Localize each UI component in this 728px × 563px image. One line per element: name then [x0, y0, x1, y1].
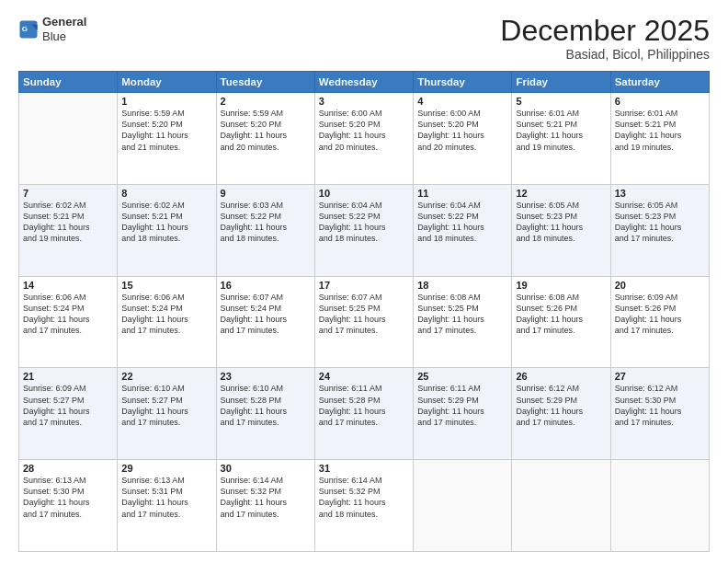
day-info: Sunrise: 6:09 AMSunset: 5:26 PMDaylight:… [615, 292, 705, 337]
calendar-cell: 4Sunrise: 6:00 AMSunset: 5:20 PMDaylight… [414, 93, 512, 185]
day-info: Sunrise: 6:05 AMSunset: 5:23 PMDaylight:… [615, 200, 705, 245]
calendar-week-row: 7Sunrise: 6:02 AMSunset: 5:21 PMDaylight… [19, 184, 710, 276]
day-number: 15 [121, 280, 211, 291]
weekday-header-row: SundayMondayTuesdayWednesdayThursdayFrid… [19, 72, 710, 93]
weekday-header-sunday: Sunday [19, 72, 118, 93]
day-number: 28 [23, 463, 113, 474]
day-info: Sunrise: 6:02 AMSunset: 5:21 PMDaylight:… [121, 200, 211, 245]
day-number: 4 [417, 96, 507, 107]
day-number: 23 [221, 371, 311, 382]
day-number: 16 [221, 280, 311, 291]
calendar-cell: 17Sunrise: 6:07 AMSunset: 5:25 PMDayligh… [314, 276, 413, 368]
day-info: Sunrise: 6:14 AMSunset: 5:32 PMDaylight:… [319, 475, 409, 520]
calendar-cell: 21Sunrise: 6:09 AMSunset: 5:27 PMDayligh… [19, 368, 118, 460]
calendar-week-row: 21Sunrise: 6:09 AMSunset: 5:27 PMDayligh… [19, 368, 710, 460]
day-number: 1 [121, 96, 211, 107]
day-info: Sunrise: 6:04 AMSunset: 5:22 PMDaylight:… [417, 200, 507, 245]
calendar-cell: 24Sunrise: 6:11 AMSunset: 5:28 PMDayligh… [314, 368, 413, 460]
calendar-cell: 2Sunrise: 5:59 AMSunset: 5:20 PMDaylight… [216, 93, 314, 185]
day-number: 3 [319, 96, 409, 107]
day-number: 25 [417, 371, 507, 382]
header: G General Blue December 2025 Basiad, Bic… [18, 15, 710, 62]
logo: G General Blue [18, 15, 86, 43]
day-info: Sunrise: 6:12 AMSunset: 5:30 PMDaylight:… [615, 383, 705, 428]
calendar-cell: 5Sunrise: 6:01 AMSunset: 5:21 PMDaylight… [512, 93, 610, 185]
day-number: 11 [417, 188, 507, 199]
day-info: Sunrise: 6:00 AMSunset: 5:20 PMDaylight:… [417, 108, 507, 153]
calendar-cell [19, 93, 118, 185]
day-info: Sunrise: 6:08 AMSunset: 5:25 PMDaylight:… [417, 292, 507, 337]
calendar-cell: 7Sunrise: 6:02 AMSunset: 5:21 PMDaylight… [19, 184, 118, 276]
day-info: Sunrise: 5:59 AMSunset: 5:20 PMDaylight:… [221, 108, 311, 153]
logo-name-general: General [42, 15, 86, 29]
day-number: 26 [516, 371, 606, 382]
calendar-cell: 19Sunrise: 6:08 AMSunset: 5:26 PMDayligh… [512, 276, 610, 368]
logo-icon: G [18, 19, 39, 40]
day-info: Sunrise: 6:06 AMSunset: 5:24 PMDaylight:… [121, 292, 211, 337]
calendar-cell: 10Sunrise: 6:04 AMSunset: 5:22 PMDayligh… [314, 184, 413, 276]
day-number: 19 [516, 280, 606, 291]
day-info: Sunrise: 6:14 AMSunset: 5:32 PMDaylight:… [221, 475, 311, 520]
calendar-cell: 18Sunrise: 6:08 AMSunset: 5:25 PMDayligh… [414, 276, 512, 368]
calendar-cell [512, 460, 610, 552]
calendar-cell: 14Sunrise: 6:06 AMSunset: 5:24 PMDayligh… [19, 276, 118, 368]
day-number: 20 [615, 280, 705, 291]
day-number: 2 [221, 96, 311, 107]
calendar-cell: 22Sunrise: 6:10 AMSunset: 5:27 PMDayligh… [118, 368, 216, 460]
calendar-cell: 15Sunrise: 6:06 AMSunset: 5:24 PMDayligh… [118, 276, 216, 368]
calendar-cell: 3Sunrise: 6:00 AMSunset: 5:20 PMDaylight… [314, 93, 413, 185]
calendar-cell: 25Sunrise: 6:11 AMSunset: 5:29 PMDayligh… [414, 368, 512, 460]
calendar-cell: 8Sunrise: 6:02 AMSunset: 5:21 PMDaylight… [118, 184, 216, 276]
calendar-cell: 31Sunrise: 6:14 AMSunset: 5:32 PMDayligh… [314, 460, 413, 552]
day-info: Sunrise: 6:05 AMSunset: 5:23 PMDaylight:… [516, 200, 606, 245]
calendar-cell: 1Sunrise: 5:59 AMSunset: 5:20 PMDaylight… [118, 93, 216, 185]
day-info: Sunrise: 6:13 AMSunset: 5:30 PMDaylight:… [23, 475, 113, 520]
weekday-header-wednesday: Wednesday [314, 72, 413, 93]
day-number: 7 [23, 188, 113, 199]
weekday-header-saturday: Saturday [610, 72, 709, 93]
calendar-cell: 29Sunrise: 6:13 AMSunset: 5:31 PMDayligh… [118, 460, 216, 552]
calendar-cell: 27Sunrise: 6:12 AMSunset: 5:30 PMDayligh… [610, 368, 709, 460]
day-number: 6 [615, 96, 705, 107]
day-number: 24 [319, 371, 409, 382]
day-number: 5 [516, 96, 606, 107]
day-info: Sunrise: 6:12 AMSunset: 5:29 PMDaylight:… [516, 383, 606, 428]
day-number: 10 [319, 188, 409, 199]
calendar-cell: 28Sunrise: 6:13 AMSunset: 5:30 PMDayligh… [19, 460, 118, 552]
calendar-cell: 26Sunrise: 6:12 AMSunset: 5:29 PMDayligh… [512, 368, 610, 460]
calendar-cell: 9Sunrise: 6:03 AMSunset: 5:22 PMDaylight… [216, 184, 314, 276]
calendar-page: G General Blue December 2025 Basiad, Bic… [0, 0, 728, 563]
calendar-week-row: 28Sunrise: 6:13 AMSunset: 5:30 PMDayligh… [19, 460, 710, 552]
calendar-cell: 6Sunrise: 6:01 AMSunset: 5:21 PMDaylight… [610, 93, 709, 185]
calendar-week-row: 1Sunrise: 5:59 AMSunset: 5:20 PMDaylight… [19, 93, 710, 185]
weekday-header-tuesday: Tuesday [216, 72, 314, 93]
day-info: Sunrise: 6:03 AMSunset: 5:22 PMDaylight:… [221, 200, 311, 245]
day-info: Sunrise: 6:13 AMSunset: 5:31 PMDaylight:… [121, 475, 211, 520]
day-number: 14 [23, 280, 113, 291]
calendar-table: SundayMondayTuesdayWednesdayThursdayFrid… [18, 71, 710, 552]
day-info: Sunrise: 6:10 AMSunset: 5:28 PMDaylight:… [221, 383, 311, 428]
location-title: Basiad, Bicol, Philippines [500, 47, 710, 62]
day-info: Sunrise: 5:59 AMSunset: 5:20 PMDaylight:… [121, 108, 211, 153]
day-number: 30 [221, 463, 311, 474]
month-title: December 2025 [500, 15, 710, 47]
day-number: 29 [121, 463, 211, 474]
calendar-cell [414, 460, 512, 552]
day-info: Sunrise: 6:02 AMSunset: 5:21 PMDaylight:… [23, 200, 113, 245]
day-number: 12 [516, 188, 606, 199]
day-info: Sunrise: 6:07 AMSunset: 5:25 PMDaylight:… [319, 292, 409, 337]
calendar-body: 1Sunrise: 5:59 AMSunset: 5:20 PMDaylight… [19, 93, 710, 552]
day-number: 9 [221, 188, 311, 199]
logo-name-blue: Blue [42, 29, 86, 44]
calendar-header: SundayMondayTuesdayWednesdayThursdayFrid… [19, 72, 710, 93]
day-number: 27 [615, 371, 705, 382]
day-info: Sunrise: 6:08 AMSunset: 5:26 PMDaylight:… [516, 292, 606, 337]
day-info: Sunrise: 6:07 AMSunset: 5:24 PMDaylight:… [221, 292, 311, 337]
day-info: Sunrise: 6:11 AMSunset: 5:29 PMDaylight:… [417, 383, 507, 428]
day-info: Sunrise: 6:00 AMSunset: 5:20 PMDaylight:… [319, 108, 409, 153]
calendar-cell: 13Sunrise: 6:05 AMSunset: 5:23 PMDayligh… [610, 184, 709, 276]
calendar-cell: 11Sunrise: 6:04 AMSunset: 5:22 PMDayligh… [414, 184, 512, 276]
calendar-cell: 16Sunrise: 6:07 AMSunset: 5:24 PMDayligh… [216, 276, 314, 368]
weekday-header-thursday: Thursday [414, 72, 512, 93]
day-info: Sunrise: 6:09 AMSunset: 5:27 PMDaylight:… [23, 383, 113, 428]
